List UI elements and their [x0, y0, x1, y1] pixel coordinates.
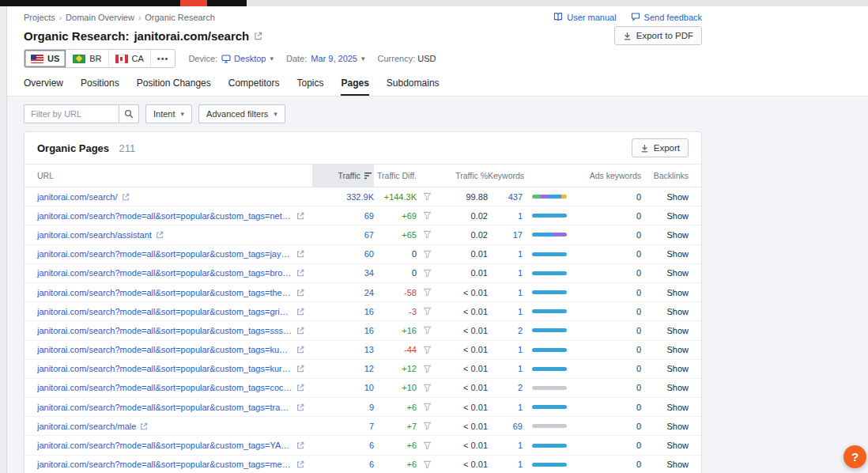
filter-funnel-icon[interactable] [417, 230, 437, 239]
tab-overview[interactable]: Overview [24, 74, 63, 96]
external-link-icon[interactable] [296, 212, 304, 220]
show-backlinks-link[interactable]: Show [666, 268, 689, 278]
show-backlinks-link[interactable]: Show [666, 345, 689, 354]
breadcrumb-item[interactable]: Projects [24, 13, 55, 22]
traffic-value-link[interactable]: 332.9K [346, 192, 374, 202]
filter-funnel-icon[interactable] [417, 192, 437, 201]
column-header-traffic[interactable]: Traffic [312, 165, 374, 187]
filter-funnel-icon[interactable] [417, 288, 437, 297]
filter-funnel-icon[interactable] [417, 326, 437, 335]
tab-pages[interactable]: Pages [341, 74, 368, 96]
show-backlinks-link[interactable]: Show [666, 460, 689, 469]
url-link[interactable]: janitorai.com/search?mode=all&sort=popul… [37, 345, 292, 354]
country-tab-us[interactable]: US [25, 50, 66, 67]
column-header-keywords[interactable]: Keywords [488, 171, 523, 180]
external-link-icon[interactable] [156, 231, 164, 239]
tab-positions[interactable]: Positions [81, 74, 119, 96]
traffic-value-link[interactable]: 10 [364, 383, 374, 392]
country-tab-ca[interactable]: CA [109, 50, 151, 67]
traffic-value-link[interactable]: 12 [364, 364, 374, 373]
url-link[interactable]: janitorai.com/search/male [37, 422, 136, 431]
more-countries-button[interactable]: ••• [151, 50, 175, 67]
show-backlinks-link[interactable]: Show [666, 422, 689, 431]
filter-funnel-icon[interactable] [417, 422, 437, 430]
url-link[interactable]: janitorai.com/search/assistant [37, 230, 152, 240]
breadcrumb-item[interactable]: Domain Overview [66, 13, 134, 22]
filter-funnel-icon[interactable] [417, 365, 437, 373]
user-manual-link[interactable]: User manual [553, 12, 616, 23]
send-feedback-link[interactable]: Send feedback [631, 12, 702, 23]
url-link[interactable]: janitorai.com/search/ [37, 192, 118, 202]
url-link[interactable]: janitorai.com/search?mode=all&sort=popul… [37, 288, 292, 297]
column-header-ads-keywords[interactable]: Ads keywords [578, 171, 641, 180]
url-link[interactable]: janitorai.com/search?mode=all&sort=popul… [37, 307, 292, 316]
url-link[interactable]: janitorai.com/search?mode=all&sort=popul… [37, 364, 292, 373]
tab-competitors[interactable]: Competitors [228, 74, 280, 96]
url-filter-input[interactable] [24, 104, 119, 123]
external-link-icon[interactable] [296, 441, 304, 449]
export-button[interactable]: Export [632, 138, 689, 157]
url-link[interactable]: janitorai.com/search?mode=all&sort=popul… [37, 460, 292, 469]
show-backlinks-link[interactable]: Show [666, 230, 689, 240]
filter-funnel-icon[interactable] [417, 211, 437, 220]
column-header-traffic-diff[interactable]: Traffic Diff. [374, 171, 417, 180]
show-backlinks-link[interactable]: Show [666, 383, 689, 392]
external-link-icon[interactable] [296, 308, 304, 316]
filter-funnel-icon[interactable] [417, 250, 437, 259]
show-backlinks-link[interactable]: Show [666, 192, 689, 202]
external-link-icon[interactable] [296, 327, 304, 335]
show-backlinks-link[interactable]: Show [666, 326, 689, 335]
show-backlinks-link[interactable]: Show [666, 307, 689, 316]
external-link-icon[interactable] [296, 384, 304, 392]
tab-subdomains[interactable]: Subdomains [387, 74, 440, 96]
tab-topics[interactable]: Topics [296, 74, 323, 96]
url-link[interactable]: janitorai.com/search?mode=all&sort=popul… [37, 249, 292, 259]
external-link-icon[interactable] [296, 269, 304, 277]
filter-funnel-icon[interactable] [417, 460, 437, 469]
show-backlinks-link[interactable]: Show [666, 288, 689, 297]
device-select[interactable]: Device: Desktop ▾ [188, 54, 274, 63]
traffic-value-link[interactable]: 69 [364, 211, 374, 221]
column-header-url[interactable]: URL [37, 171, 312, 180]
help-button[interactable]: ? [843, 445, 866, 468]
export-to-pdf-button[interactable]: Export to PDF [614, 26, 702, 45]
traffic-value-link[interactable]: 16 [364, 307, 374, 316]
show-backlinks-link[interactable]: Show [666, 249, 689, 259]
keywords-count-link[interactable]: 437 [508, 192, 523, 202]
external-link-icon[interactable] [122, 193, 130, 201]
external-link-icon[interactable] [254, 32, 262, 40]
external-link-icon[interactable] [296, 365, 304, 373]
filter-funnel-icon[interactable] [417, 441, 437, 450]
external-link-icon[interactable] [140, 422, 148, 430]
search-button[interactable] [119, 104, 139, 123]
column-header-traffic-pct[interactable]: Traffic % [437, 171, 488, 180]
filter-funnel-icon[interactable] [417, 269, 437, 278]
external-link-icon[interactable] [296, 289, 304, 297]
country-tab-br[interactable]: BR [66, 50, 108, 67]
intent-filter-dropdown[interactable]: Intent ▾ [145, 104, 192, 123]
keywords-count-link[interactable]: 69 [513, 422, 523, 431]
traffic-value-link[interactable]: 34 [364, 268, 374, 278]
show-backlinks-link[interactable]: Show [666, 441, 689, 450]
show-backlinks-link[interactable]: Show [666, 364, 689, 373]
traffic-value-link[interactable]: 16 [364, 326, 374, 335]
filter-funnel-icon[interactable] [417, 403, 437, 411]
url-link[interactable]: janitorai.com/search?mode=all&sort=popul… [37, 383, 292, 392]
traffic-value-link[interactable]: 24 [364, 288, 374, 297]
date-select[interactable]: Date: Mar 9, 2025 ▾ [286, 54, 365, 63]
external-link-icon[interactable] [296, 460, 304, 468]
collapsed-sidebar[interactable] [0, 6, 7, 473]
keywords-count-link[interactable]: 17 [513, 230, 523, 240]
external-link-icon[interactable] [296, 346, 304, 354]
traffic-value-link[interactable]: 13 [364, 345, 374, 354]
tab-position-changes[interactable]: Position Changes [137, 74, 211, 96]
filter-funnel-icon[interactable] [417, 346, 437, 354]
show-backlinks-link[interactable]: Show [666, 211, 689, 221]
show-backlinks-link[interactable]: Show [666, 403, 689, 412]
url-link[interactable]: janitorai.com/search?mode=all&sort=popul… [37, 211, 292, 221]
column-header-backlinks[interactable]: Backlinks [641, 171, 689, 180]
filter-funnel-icon[interactable] [417, 307, 437, 316]
url-link[interactable]: janitorai.com/search?mode=all&sort=popul… [37, 441, 292, 450]
url-link[interactable]: janitorai.com/search?mode=all&sort=popul… [37, 326, 292, 335]
external-link-icon[interactable] [296, 250, 304, 258]
